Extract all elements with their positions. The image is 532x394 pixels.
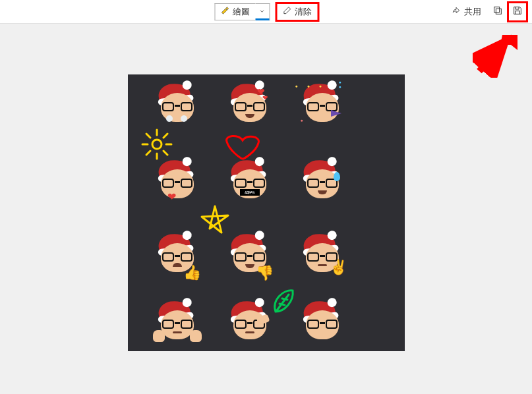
memoji-jazz-hands [154,298,200,345]
memoji-thumbs-down: 👍 [227,231,273,277]
svg-line-10 [163,151,167,155]
memoji-party: ● ● ● ● ● ● [299,81,345,127]
share-button[interactable]: 共用 [446,3,487,20]
toolbar-right: 共用 [446,3,527,21]
canvas-area: ❤ ❤ ● ● ● ● ● ● ❤ [0,24,532,394]
svg-point-4 [152,140,162,149]
share-label: 共用 [464,6,481,18]
toolbar: 繪圖 清除 共用 [0,0,532,24]
svg-line-11 [146,151,150,155]
edited-image[interactable]: ❤ ❤ ● ● ● ● ● ● ❤ [128,74,405,351]
svg-rect-1 [494,7,500,13]
memoji-sweat [299,157,345,204]
draw-button-group: 繪圖 [214,3,270,20]
share-icon [452,6,461,17]
svg-line-9 [146,134,150,138]
active-indicator [255,18,269,20]
memoji-censored: &$!#% [227,157,273,204]
chevron-down-icon [259,7,266,16]
clear-label: 清除 [295,6,312,18]
save-button[interactable] [508,3,527,21]
draw-dropdown-button[interactable] [255,3,270,20]
eraser-icon [282,6,291,17]
memoji-hearts: ❤ ❤ [227,81,273,127]
memoji-blowing [154,81,200,127]
highlighter-icon [220,6,229,17]
svg-rect-0 [496,9,501,14]
svg-line-12 [163,134,167,138]
censor-text: &$!#% [240,189,260,196]
sun-doodle-icon [137,126,177,162]
clear-button[interactable]: 清除 [276,3,318,20]
toolbar-center: 繪圖 清除 [214,3,318,20]
draw-button[interactable]: 繪圖 [214,3,255,20]
copy-icon [492,5,503,18]
memoji-thumbs-up: 👍 [154,231,200,277]
draw-label: 繪圖 [233,6,250,18]
save-icon [512,5,523,18]
memoji-heart-kiss: ❤ [154,157,200,204]
copy-button[interactable] [488,3,507,21]
memoji-salute [227,298,273,345]
memoji-gasp [299,298,345,345]
memoji-peace: ✌ [299,231,345,277]
